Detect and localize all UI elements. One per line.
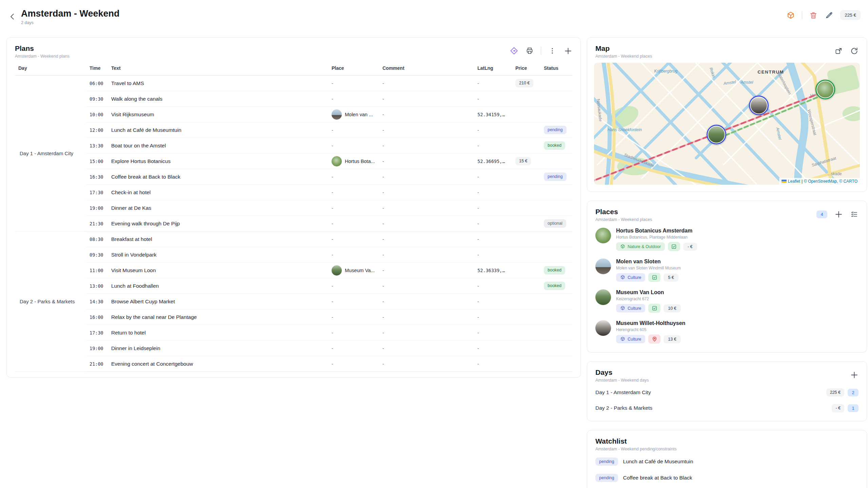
map-expand-button[interactable]: [834, 46, 843, 55]
plan-place: -: [328, 185, 379, 200]
plan-time: 10:00: [86, 107, 108, 122]
plan-price: [512, 216, 540, 231]
plan-row[interactable]: 16:00Relax by the canal near De Plantage…: [15, 309, 572, 325]
column-header-day[interactable]: Day: [15, 63, 86, 76]
place-item[interactable]: Hortus Botanicus Amsterdam Hortus Botani…: [587, 224, 867, 255]
watchlist-item[interactable]: pending Coffee break at Back to Black: [587, 470, 867, 486]
plan-place[interactable]: Molen van ...: [328, 107, 379, 122]
watchlist-item[interactable]: pending Lunch at Café de Museumtuin: [587, 453, 867, 470]
plan-place[interactable]: Museum Va...: [328, 263, 379, 278]
plan-status: booked: [540, 138, 572, 154]
column-header-status[interactable]: Status: [540, 63, 572, 76]
place-item[interactable]: Museum Willet-Holthuysen Herengracht 605…: [587, 317, 867, 347]
place-name: Museum Van Loon: [616, 289, 681, 296]
plan-row[interactable]: 15:00Explore Hortus BotanicusHortus Bota…: [15, 154, 572, 169]
plan-row[interactable]: 19:00Dinner in Leidseplein---: [15, 341, 572, 356]
place-item[interactable]: Molen van Sloten Molen van Sloten Windmi…: [587, 255, 867, 286]
plan-latlng: -: [474, 138, 512, 154]
place-photo: [595, 228, 611, 243]
plan-text: Lunch at Foodhallen: [108, 278, 328, 294]
plan-time: 16:00: [86, 309, 108, 325]
plan-row[interactable]: 19:00Dinner at De Kas---: [15, 200, 572, 216]
route-optimize-button[interactable]: [510, 46, 518, 55]
plans-menu-button[interactable]: [548, 46, 557, 55]
top-bar: Amsterdam - Weekend 2 days 225 €: [0, 0, 868, 33]
osm-link[interactable]: © OpenStreetMap,: [804, 179, 838, 184]
day-item[interactable]: Day 1 - Amsterdam City 225 € 2: [587, 385, 867, 400]
plan-text: Stroll in Vondelpark: [108, 247, 328, 263]
plan-place[interactable]: Hortus Bota...: [328, 154, 379, 169]
watchlist-status-badge: pending: [595, 458, 618, 466]
place-pin-badge[interactable]: [648, 334, 660, 344]
plan-latlng: -: [474, 341, 512, 356]
plan-time: 09:30: [86, 91, 108, 107]
plan-row[interactable]: 09:30Stroll in Vondelpark---: [15, 247, 572, 263]
plan-row[interactable]: 12:00Lunch at Café de Museumtuin---pendi…: [15, 122, 572, 138]
plan-comment: -: [379, 138, 474, 154]
marker-hortus-botanicus[interactable]: [815, 80, 835, 99]
plan-text: Check-in at hotel: [108, 185, 328, 200]
column-header-time[interactable]: Time: [86, 63, 108, 76]
place-check-badge[interactable]: [648, 304, 660, 313]
print-button[interactable]: [525, 46, 534, 55]
plan-time: 17:30: [86, 185, 108, 200]
marker-museum-willet-holthuysen[interactable]: [749, 96, 769, 115]
plan-place: -: [328, 91, 379, 107]
map-panel: Map Amsterdam - Weekend places: [587, 37, 867, 192]
plan-status: optional: [540, 216, 572, 231]
plan-row[interactable]: 13:00Lunch at Foodhallen---booked: [15, 278, 572, 294]
delete-trip-button[interactable]: [809, 11, 818, 20]
plan-latlng: -: [474, 278, 512, 294]
plan-price: [512, 356, 540, 372]
plan-status: [540, 247, 572, 263]
plan-row[interactable]: 17:30Check-in at hotel---: [15, 185, 572, 200]
plan-row[interactable]: 16:30Coffee break at Back to Black---pen…: [15, 169, 572, 185]
day-label: Day 1 - Amsterdam City: [595, 389, 651, 395]
column-header-price[interactable]: Price: [512, 63, 540, 76]
plan-row[interactable]: Day 2 - Parks & Markets08:30Breakfast at…: [15, 231, 572, 247]
plan-text: Coffee break at Back to Black: [108, 169, 328, 185]
plan-row[interactable]: 17:30Return to hotel---: [15, 325, 572, 341]
leaflet-link[interactable]: Leaflet: [788, 179, 800, 184]
plan-text: Evening walk through De Pijp: [108, 216, 328, 231]
page-title: Amsterdam - Weekend: [21, 9, 120, 19]
place-check-badge[interactable]: [648, 273, 660, 282]
watchlist-title: Watchlist: [595, 437, 676, 445]
plans-title: Plans: [15, 44, 70, 53]
plan-status: pending: [540, 122, 572, 138]
add-plan-button[interactable]: [564, 46, 572, 55]
page-subtitle: 2 days: [21, 20, 120, 25]
plan-row[interactable]: 13:30Boat tour on the Amstel---booked: [15, 138, 572, 154]
map-canvas[interactable]: KrijtbergbrugRokinAmstelAmstelCENTRUMWat…: [594, 63, 860, 185]
plan-comment: -: [379, 247, 474, 263]
plan-row[interactable]: 11:00Visit Museum LoonMuseum Va...-52.36…: [15, 263, 572, 278]
marker-museum-van-loon[interactable]: [707, 125, 726, 144]
column-header-latlng[interactable]: LatLng: [474, 63, 512, 76]
column-header-text[interactable]: Text: [108, 63, 328, 76]
day-item[interactable]: Day 2 - Parks & Markets - € 1: [587, 400, 867, 416]
place-item[interactable]: Museum Van Loon Keizersgracht 672 Cultur…: [587, 286, 867, 317]
places-list-view-button[interactable]: [850, 210, 859, 219]
plans-subtitle: Amsterdam - Weekend plans: [15, 54, 70, 59]
edit-trip-button[interactable]: [825, 11, 833, 20]
plan-row[interactable]: 14:30Browse Albert Cuyp Market---: [15, 294, 572, 309]
column-header-place[interactable]: Place: [328, 63, 379, 76]
carto-link[interactable]: © CARTO: [839, 179, 857, 184]
add-day-button[interactable]: [850, 370, 859, 379]
place-category-badge: Culture: [616, 335, 645, 343]
plan-comment: -: [379, 294, 474, 309]
column-header-comment[interactable]: Comment: [379, 63, 474, 76]
plan-comment: -: [379, 356, 474, 372]
map-refresh-button[interactable]: [850, 46, 859, 55]
plan-price: [512, 263, 540, 278]
plan-row[interactable]: 10:00Visit RijksmuseumMolen van ...-52.3…: [15, 107, 572, 122]
plan-row[interactable]: 21:30Evening walk through De Pijp---opti…: [15, 216, 572, 231]
plan-row[interactable]: Day 1 - Amsterdam City06:00Travel to AMS…: [15, 76, 572, 91]
package-icon[interactable]: [786, 11, 795, 20]
back-button[interactable]: [8, 12, 18, 22]
plan-row[interactable]: 21:00Evening concert at Concertgebouw---: [15, 356, 572, 372]
status-badge: booked: [544, 141, 565, 149]
place-check-badge[interactable]: [668, 242, 680, 251]
plan-row[interactable]: 09:30Walk along the canals---: [15, 91, 572, 107]
add-place-button[interactable]: [834, 210, 843, 219]
